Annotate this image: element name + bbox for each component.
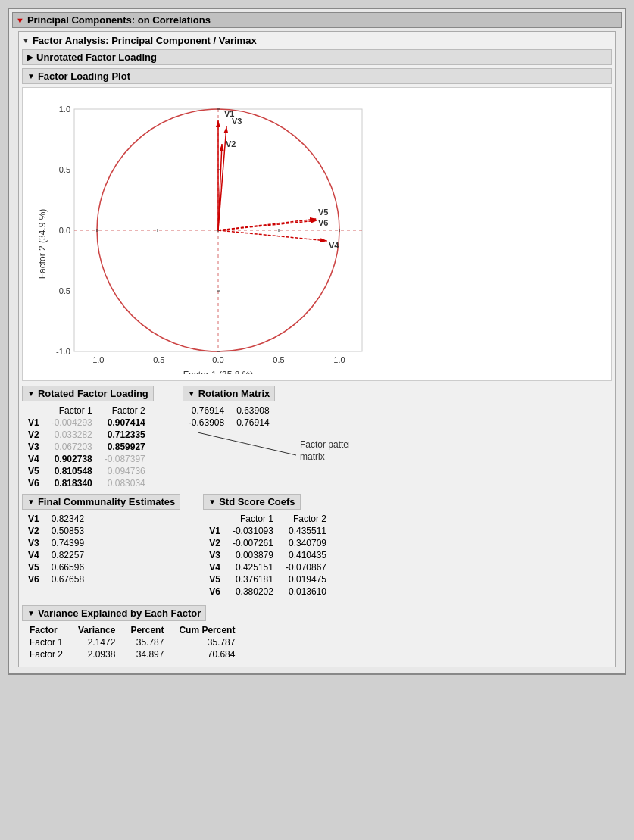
comm-label: V6	[22, 573, 45, 586]
rotation-c1: -0.63908	[183, 417, 230, 429]
factor1-value: 0.818340	[45, 477, 98, 489]
svg-text:-1.0: -1.0	[90, 355, 105, 364]
svg-text:V2: V2	[226, 139, 236, 148]
svg-text:1.0: 1.0	[59, 105, 70, 114]
rotated-header-empty	[22, 404, 45, 417]
rotated-loading-title[interactable]: ▼ Rotated Factor Loading	[22, 386, 154, 401]
svg-text:0.0: 0.0	[212, 355, 223, 364]
svg-text:-0.5: -0.5	[151, 355, 165, 364]
variance-header: Variance	[70, 624, 123, 636]
stdcoef-title[interactable]: ▼ Std Score Coefs	[203, 494, 300, 510]
rotated-loading-row: V60.8183400.083034	[22, 477, 151, 489]
std-label: V6	[203, 586, 226, 598]
rotation-c2: 0.63908	[230, 404, 275, 417]
factor2-value: -0.087397	[98, 453, 151, 465]
comm-value: 0.82342	[45, 513, 90, 525]
std-label: V1	[203, 525, 226, 537]
std-f1: 0.425151	[226, 561, 280, 573]
rotation-matrix-row: 0.769140.63908	[183, 404, 276, 417]
variance-section: ▼ Variance Explained by Each Factor Fact…	[22, 605, 612, 660]
rotated-loading-row: V30.0672030.859927	[22, 441, 151, 453]
rotation-c1: 0.76914	[183, 404, 230, 417]
comm-tri-icon: ▼	[27, 498, 35, 506]
factor2-value: 0.907414	[98, 417, 151, 429]
std-label: V4	[203, 561, 226, 573]
title-bar: ▼ Principal Components: on Correlations	[12, 12, 622, 28]
communality-row: V10.82342	[22, 513, 90, 525]
comm-label: V5	[22, 561, 45, 573]
std-label: V3	[203, 549, 226, 561]
rotated-loading-row: V40.902738-0.087397	[22, 453, 151, 465]
comm-value: 0.67658	[45, 573, 90, 586]
stdcoef-row: V50.3761810.019475	[203, 573, 333, 586]
rotated-loading-row: V1-0.0042930.907414	[22, 417, 151, 429]
factor1-value: 0.033282	[45, 429, 98, 441]
svg-text:1.0: 1.0	[333, 355, 345, 364]
factor2-value: 0.859927	[98, 441, 151, 453]
svg-text:0.5: 0.5	[273, 355, 284, 364]
var-factor: Factor 2	[22, 648, 70, 660]
svg-text:V4: V4	[329, 241, 339, 250]
variance-header: Factor	[22, 624, 70, 636]
std-header-empty	[203, 513, 226, 525]
row-label: V6	[22, 477, 45, 489]
stdcoef-row: V40.425151-0.070867	[203, 561, 333, 573]
variance-title[interactable]: ▼ Variance Explained by Each Factor	[22, 605, 206, 621]
comm-value: 0.66596	[45, 561, 90, 573]
row-label: V4	[22, 453, 45, 465]
std-f1: 0.376181	[226, 573, 280, 586]
communality-row: V60.67658	[22, 573, 90, 586]
plot-area: -1.0 -0.5 0.0 0.5 1.0	[22, 87, 612, 381]
annotation-text1: Factor pattern	[300, 439, 349, 450]
svg-line-39	[198, 432, 296, 455]
factor-analysis-section: ▼ Factor Analysis: Principal Component /…	[18, 31, 616, 667]
var-cum: 70.684	[171, 648, 242, 660]
rotated-header-f2: Factor 2	[98, 404, 151, 417]
plot-title[interactable]: ▼ Factor Loading Plot	[22, 68, 612, 84]
row-label: V1	[22, 417, 45, 429]
factor1-value: 0.902738	[45, 453, 98, 465]
factor2-value: 0.712335	[98, 429, 151, 441]
svg-text:V5: V5	[318, 208, 328, 217]
annotation-container: Factor pattern matrix	[198, 432, 349, 480]
svg-text:Factor 1  (35.8 %): Factor 1 (35.8 %)	[183, 370, 254, 374]
std-f1: 0.003879	[226, 549, 280, 561]
std-label: V2	[203, 537, 226, 549]
main-title: Principal Components: on Correlations	[27, 14, 211, 26]
var-variance: 2.0938	[70, 648, 123, 660]
unrotated-section: ▶ Unrotated Factor Loading	[22, 49, 612, 65]
std-tri-icon: ▼	[208, 498, 216, 506]
communality-row: V30.74399	[22, 537, 90, 549]
comm-label: V4	[22, 549, 45, 561]
comm-value: 0.50853	[45, 525, 90, 537]
unrotated-title[interactable]: ▶ Unrotated Factor Loading	[22, 49, 612, 65]
rotated-loading-section: ▼ Rotated Factor Loading Factor 1 Factor…	[22, 386, 154, 489]
stdcoef-row: V1-0.0310930.435511	[203, 525, 333, 537]
variance-row: Factor 12.147235.78735.787	[22, 636, 242, 648]
comm-value: 0.74399	[45, 537, 90, 549]
main-container: ▼ Principal Components: on Correlations …	[8, 8, 626, 675]
rotation-matrix-table: 0.769140.63908-0.639080.76914	[183, 404, 276, 429]
std-f2: -0.070867	[280, 561, 333, 573]
comm-label: V3	[22, 537, 45, 549]
expand-icon[interactable]: ▼	[16, 16, 24, 25]
communality-row: V50.66596	[22, 561, 90, 573]
tri-down-icon: ▼	[22, 36, 30, 45]
communality-row: V40.82257	[22, 549, 90, 561]
var-variance: 2.1472	[70, 636, 123, 648]
std-label: V5	[203, 573, 226, 586]
svg-text:0.0: 0.0	[59, 226, 70, 235]
rotation-matrix-section: ▼ Rotation Matrix 0.769140.63908-0.63908…	[183, 386, 349, 480]
row-label: V5	[22, 465, 45, 477]
rotation-tri-icon: ▼	[188, 389, 195, 398]
stdcoef-section: ▼ Std Score Coefs Factor 1 Factor 2 V1-0…	[203, 494, 333, 598]
communality-title[interactable]: ▼ Final Communality Estimates	[22, 494, 180, 510]
std-f2: 0.013610	[280, 586, 333, 598]
row-label: V3	[22, 441, 45, 453]
rotated-header-f1: Factor 1	[45, 404, 98, 417]
bottom-sections: ▼ Final Communality Estimates V10.82342V…	[22, 494, 612, 598]
rotation-matrix-title[interactable]: ▼ Rotation Matrix	[183, 386, 276, 401]
svg-text:-1.0: -1.0	[56, 347, 70, 356]
communality-table: V10.82342V20.50853V30.74399V40.82257V50.…	[22, 513, 90, 586]
svg-text:Factor 2 (34.9 %): Factor 2 (34.9 %)	[37, 209, 48, 279]
